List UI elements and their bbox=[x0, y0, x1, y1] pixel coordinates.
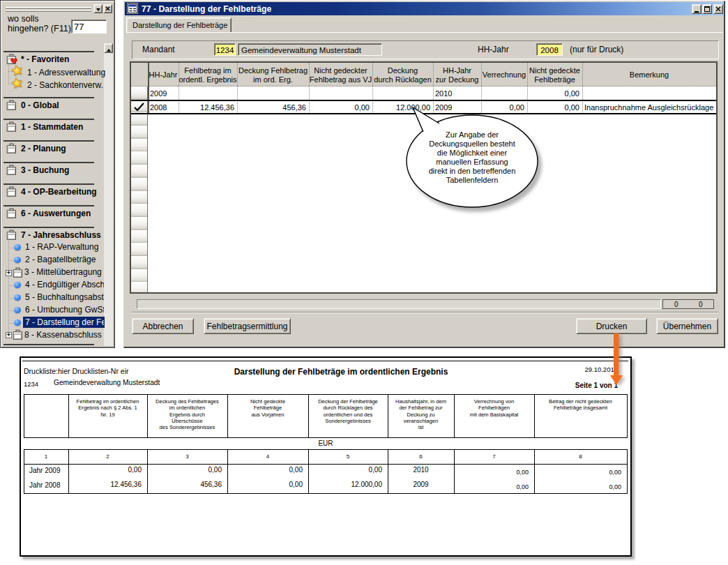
svg-text:Zur Angabe der: Zur Angabe der bbox=[446, 130, 499, 139]
svg-text:Deckungsquellen besteht: Deckungsquellen besteht bbox=[429, 140, 515, 148]
svg-text:direkt in den betreffenden: direkt in den betreffenden bbox=[429, 167, 516, 175]
svg-text:manuellen Erfassung: manuellen Erfassung bbox=[436, 158, 508, 166]
svg-text:die Möglichkeit einer: die Möglichkeit einer bbox=[437, 149, 508, 157]
svg-text:Tabellenfeldern: Tabellenfeldern bbox=[446, 176, 499, 184]
